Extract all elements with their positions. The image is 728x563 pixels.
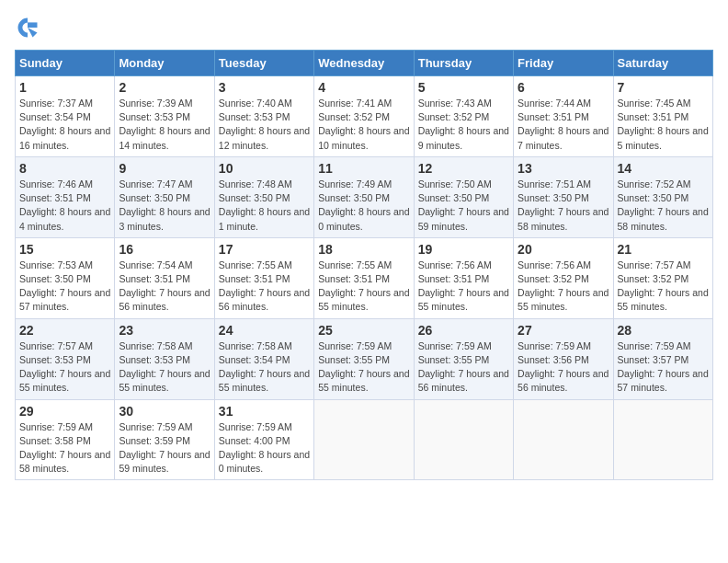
- day-number: 17: [219, 242, 310, 257]
- day-number: 23: [119, 323, 210, 338]
- day-detail: Sunrise: 7:47 AMSunset: 3:50 PMDaylight:…: [119, 178, 210, 232]
- day-number: 16: [119, 242, 210, 257]
- day-number: 10: [219, 161, 310, 176]
- day-detail: Sunrise: 7:59 AMSunset: 4:00 PMDaylight:…: [219, 421, 310, 475]
- header: [15, 15, 713, 40]
- calendar-cell: 19 Sunrise: 7:56 AMSunset: 3:51 PMDaylig…: [414, 237, 513, 318]
- calendar-cell: [613, 399, 712, 480]
- day-detail: Sunrise: 7:39 AMSunset: 3:53 PMDaylight:…: [119, 98, 210, 151]
- day-detail: Sunrise: 7:59 AMSunset: 3:58 PMDaylight:…: [19, 421, 110, 475]
- day-detail: Sunrise: 7:55 AMSunset: 3:51 PMDaylight:…: [219, 259, 310, 313]
- day-number: 5: [418, 80, 509, 95]
- day-detail: Sunrise: 7:54 AMSunset: 3:51 PMDaylight:…: [119, 259, 210, 313]
- day-number: 25: [318, 323, 409, 338]
- logo: [15, 15, 44, 40]
- day-detail: Sunrise: 7:59 AMSunset: 3:55 PMDaylight:…: [318, 340, 409, 394]
- day-detail: Sunrise: 7:58 AMSunset: 3:54 PMDaylight:…: [219, 340, 310, 394]
- calendar-cell: 27 Sunrise: 7:59 AMSunset: 3:56 PMDaylig…: [514, 318, 613, 399]
- day-detail: Sunrise: 7:57 AMSunset: 3:52 PMDaylight:…: [618, 259, 709, 313]
- day-number: 28: [618, 323, 709, 338]
- day-detail: Sunrise: 7:53 AMSunset: 3:50 PMDaylight:…: [19, 259, 110, 313]
- calendar-cell: 12 Sunrise: 7:50 AMSunset: 3:50 PMDaylig…: [414, 156, 513, 237]
- day-detail: Sunrise: 7:50 AMSunset: 3:50 PMDaylight:…: [418, 178, 509, 232]
- calendar-week-row: 15 Sunrise: 7:53 AMSunset: 3:50 PMDaylig…: [16, 237, 713, 318]
- calendar-cell: 7 Sunrise: 7:45 AMSunset: 3:51 PMDayligh…: [613, 76, 712, 157]
- day-number: 6: [518, 80, 609, 95]
- day-number: 12: [418, 161, 509, 176]
- calendar-cell: 15 Sunrise: 7:53 AMSunset: 3:50 PMDaylig…: [16, 237, 115, 318]
- calendar-week-row: 1 Sunrise: 7:37 AMSunset: 3:54 PMDayligh…: [16, 76, 713, 157]
- calendar-cell: 26 Sunrise: 7:59 AMSunset: 3:55 PMDaylig…: [414, 318, 513, 399]
- calendar-cell: 30 Sunrise: 7:59 AMSunset: 3:59 PMDaylig…: [115, 399, 214, 480]
- day-header-wednesday: Wednesday: [314, 51, 414, 76]
- day-number: 18: [318, 242, 409, 257]
- calendar-header-row: SundayMondayTuesdayWednesdayThursdayFrid…: [16, 51, 713, 76]
- calendar-cell: 31 Sunrise: 7:59 AMSunset: 4:00 PMDaylig…: [214, 399, 313, 480]
- day-header-sunday: Sunday: [16, 51, 115, 76]
- day-number: 3: [219, 80, 310, 95]
- calendar-cell: 20 Sunrise: 7:56 AMSunset: 3:52 PMDaylig…: [514, 237, 613, 318]
- day-detail: Sunrise: 7:51 AMSunset: 3:50 PMDaylight:…: [518, 178, 609, 232]
- day-detail: Sunrise: 7:55 AMSunset: 3:51 PMDaylight:…: [318, 259, 409, 313]
- day-detail: Sunrise: 7:56 AMSunset: 3:51 PMDaylight:…: [418, 259, 509, 313]
- calendar-cell: 2 Sunrise: 7:39 AMSunset: 3:53 PMDayligh…: [115, 76, 214, 157]
- calendar-cell: [414, 399, 513, 480]
- day-number: 26: [418, 323, 509, 338]
- calendar-cell: 18 Sunrise: 7:55 AMSunset: 3:51 PMDaylig…: [314, 237, 414, 318]
- day-number: 27: [518, 323, 609, 338]
- day-detail: Sunrise: 7:45 AMSunset: 3:51 PMDaylight:…: [618, 98, 709, 151]
- calendar-cell: [514, 399, 613, 480]
- calendar-cell: 5 Sunrise: 7:43 AMSunset: 3:52 PMDayligh…: [414, 76, 513, 157]
- day-detail: Sunrise: 7:59 AMSunset: 3:55 PMDaylight:…: [418, 340, 509, 394]
- day-detail: Sunrise: 7:59 AMSunset: 3:59 PMDaylight:…: [119, 421, 210, 475]
- day-header-monday: Monday: [115, 51, 214, 76]
- day-number: 1: [19, 80, 110, 95]
- day-number: 7: [618, 80, 709, 95]
- day-number: 22: [19, 323, 110, 338]
- calendar-cell: 22 Sunrise: 7:57 AMSunset: 3:53 PMDaylig…: [16, 318, 115, 399]
- day-detail: Sunrise: 7:37 AMSunset: 3:54 PMDaylight:…: [19, 98, 110, 151]
- day-number: 30: [119, 404, 210, 419]
- day-number: 13: [518, 161, 609, 176]
- day-number: 21: [618, 242, 709, 257]
- calendar-cell: 14 Sunrise: 7:52 AMSunset: 3:50 PMDaylig…: [613, 156, 712, 237]
- calendar-cell: 25 Sunrise: 7:59 AMSunset: 3:55 PMDaylig…: [314, 318, 414, 399]
- day-number: 15: [19, 242, 110, 257]
- day-header-thursday: Thursday: [414, 51, 513, 76]
- calendar-cell: 10 Sunrise: 7:48 AMSunset: 3:50 PMDaylig…: [214, 156, 313, 237]
- day-number: 24: [219, 323, 310, 338]
- day-detail: Sunrise: 7:57 AMSunset: 3:53 PMDaylight:…: [19, 340, 110, 394]
- day-detail: Sunrise: 7:59 AMSunset: 3:57 PMDaylight:…: [618, 340, 709, 394]
- calendar-cell: 24 Sunrise: 7:58 AMSunset: 3:54 PMDaylig…: [214, 318, 313, 399]
- calendar-week-row: 8 Sunrise: 7:46 AMSunset: 3:51 PMDayligh…: [16, 156, 713, 237]
- calendar-cell: [314, 399, 414, 480]
- calendar-cell: 6 Sunrise: 7:44 AMSunset: 3:51 PMDayligh…: [514, 76, 613, 157]
- day-number: 2: [119, 80, 210, 95]
- day-detail: Sunrise: 7:46 AMSunset: 3:51 PMDaylight:…: [19, 178, 110, 232]
- calendar-table: SundayMondayTuesdayWednesdayThursdayFrid…: [15, 50, 713, 480]
- day-detail: Sunrise: 7:52 AMSunset: 3:50 PMDaylight:…: [618, 178, 709, 232]
- day-number: 29: [19, 404, 110, 419]
- calendar-cell: 23 Sunrise: 7:58 AMSunset: 3:53 PMDaylig…: [115, 318, 214, 399]
- day-detail: Sunrise: 7:40 AMSunset: 3:53 PMDaylight:…: [219, 98, 310, 151]
- day-number: 4: [318, 80, 409, 95]
- day-detail: Sunrise: 7:58 AMSunset: 3:53 PMDaylight:…: [119, 340, 210, 394]
- calendar-cell: 29 Sunrise: 7:59 AMSunset: 3:58 PMDaylig…: [16, 399, 115, 480]
- calendar-cell: 9 Sunrise: 7:47 AMSunset: 3:50 PMDayligh…: [115, 156, 214, 237]
- day-detail: Sunrise: 7:59 AMSunset: 3:56 PMDaylight:…: [518, 340, 609, 394]
- day-header-saturday: Saturday: [613, 51, 712, 76]
- calendar-cell: 17 Sunrise: 7:55 AMSunset: 3:51 PMDaylig…: [214, 237, 313, 318]
- day-detail: Sunrise: 7:49 AMSunset: 3:50 PMDaylight:…: [318, 178, 409, 232]
- calendar-cell: 11 Sunrise: 7:49 AMSunset: 3:50 PMDaylig…: [314, 156, 414, 237]
- calendar-cell: 4 Sunrise: 7:41 AMSunset: 3:52 PMDayligh…: [314, 76, 414, 157]
- calendar-cell: 8 Sunrise: 7:46 AMSunset: 3:51 PMDayligh…: [16, 156, 115, 237]
- day-number: 14: [618, 161, 709, 176]
- day-header-friday: Friday: [514, 51, 613, 76]
- calendar-cell: 21 Sunrise: 7:57 AMSunset: 3:52 PMDaylig…: [613, 237, 712, 318]
- day-number: 11: [318, 161, 409, 176]
- calendar-cell: 16 Sunrise: 7:54 AMSunset: 3:51 PMDaylig…: [115, 237, 214, 318]
- calendar-cell: 1 Sunrise: 7:37 AMSunset: 3:54 PMDayligh…: [16, 76, 115, 157]
- calendar-week-row: 22 Sunrise: 7:57 AMSunset: 3:53 PMDaylig…: [16, 318, 713, 399]
- day-detail: Sunrise: 7:41 AMSunset: 3:52 PMDaylight:…: [318, 98, 409, 151]
- day-number: 19: [418, 242, 509, 257]
